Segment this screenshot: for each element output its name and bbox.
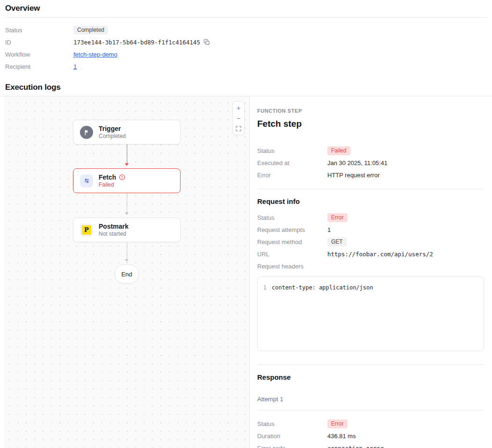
execution-logs-header: Execution logs xyxy=(0,72,492,96)
plus-icon: + xyxy=(237,105,240,111)
attempts-value: 1 xyxy=(327,226,331,233)
execution-workspace: Trigger Completed Fetch xyxy=(0,96,492,448)
node-status: Failed xyxy=(99,181,125,188)
status-label: Status xyxy=(257,420,327,427)
executed-at-value: Jan 30 2025, 11:05:41 xyxy=(327,159,387,166)
error-label: Error xyxy=(257,172,327,179)
status-badge: Failed xyxy=(327,146,350,155)
divider xyxy=(257,364,484,365)
error-value: HTTP request error xyxy=(327,172,380,179)
method-badge: GET xyxy=(327,238,347,246)
overview-rows: Status Completed ID 173ee144-3b17-5b64-b… xyxy=(5,18,488,72)
workflow-canvas[interactable]: Trigger Completed Fetch xyxy=(4,96,250,448)
response-rows: Status Error Duration 436.81 ms Error co… xyxy=(257,418,484,448)
workflow-label: Workflow xyxy=(5,51,73,58)
request-method-row: Request method GET xyxy=(257,236,484,248)
request-attempts-row: Request attempts 1 xyxy=(257,224,484,236)
response-duration-row: Duration 436.81 ms xyxy=(257,430,484,442)
step-executed-row: Executed at Jan 30 2025, 11:05:41 xyxy=(257,157,484,169)
node-title: Trigger xyxy=(99,125,126,132)
node-end[interactable]: End xyxy=(115,264,139,284)
fullscreen-icon xyxy=(236,126,241,131)
flag-icon xyxy=(80,126,93,139)
edge-trigger-to-fetch xyxy=(127,145,128,165)
node-status: Completed xyxy=(99,133,126,139)
overview-workflow-row: Workflow fetch-step-demo xyxy=(5,48,488,60)
step-title: Fetch step xyxy=(257,119,484,129)
duration-value: 436.81 ms xyxy=(327,433,356,440)
overview-id-row: ID 173ee144-3b17-5b64-bd89-f1f1c4164145 xyxy=(5,36,488,48)
execution-details-page: Overview Status Completed ID 173ee144-3b… xyxy=(0,0,492,448)
code-text: content-type: application/json xyxy=(272,283,373,292)
execution-logs-title: Execution logs xyxy=(5,83,488,92)
error-code-label: Error code xyxy=(257,445,327,448)
request-status-row: Status Error xyxy=(257,211,484,224)
url-value: https://foobar.com/api/users/2 xyxy=(327,251,433,258)
attempts-label: Request attempts xyxy=(257,226,327,233)
fit-view-button[interactable] xyxy=(233,123,244,133)
url-label: URL xyxy=(257,251,327,258)
request-headers-row: Request headers xyxy=(257,260,484,272)
node-status: Not started xyxy=(99,231,129,237)
node-postmark[interactable]: P Postmark Not started xyxy=(73,217,181,242)
transaction-id: 173ee144-3b17-5b64-bd89-f1f1c4164145 xyxy=(73,39,200,46)
node-title: Fetch xyxy=(99,173,116,181)
overview-title: Overview xyxy=(5,4,488,13)
postmark-logo: P xyxy=(82,225,91,235)
executed-at-label: Executed at xyxy=(257,159,327,166)
error-code-value: connection_error xyxy=(327,445,383,448)
step-status-row: Status Failed xyxy=(257,145,484,157)
end-label: End xyxy=(121,271,132,278)
duration-label: Duration xyxy=(257,433,327,440)
node-trigger[interactable]: Trigger Completed xyxy=(73,120,181,145)
status-badge: Completed xyxy=(73,26,108,35)
overview-status-row: Status Completed xyxy=(5,24,488,36)
step-error-row: Error HTTP request error xyxy=(257,169,484,181)
status-badge: Error xyxy=(327,419,347,428)
status-label: Status xyxy=(257,214,327,221)
node-title: Postmark xyxy=(99,223,129,230)
status-label: Status xyxy=(5,27,73,34)
node-fetch[interactable]: Fetch Failed xyxy=(73,168,181,193)
divider xyxy=(257,189,484,189)
attempt-label: Attempt 1 xyxy=(257,396,484,411)
overview-section: Overview Status Completed ID 173ee144-3b… xyxy=(0,0,492,72)
postmark-icon: P xyxy=(80,224,93,237)
line-number: 1 xyxy=(258,283,272,292)
method-label: Request method xyxy=(257,238,327,246)
id-label: ID xyxy=(5,39,73,46)
overview-recipient-row: Recipient 1 xyxy=(5,60,488,72)
step-type-kicker: FUNCTION STEP xyxy=(257,108,484,114)
edge-postmark-to-end xyxy=(127,242,128,261)
zoom-in-button[interactable]: + xyxy=(233,103,244,113)
recipient-link[interactable]: 1 xyxy=(73,63,77,70)
request-headers-code-block: 1 content-type: application/json xyxy=(257,276,484,351)
response-status-row: Status Error xyxy=(257,418,484,430)
workflow-link[interactable]: fetch-step-demo xyxy=(73,51,117,58)
status-label: Status xyxy=(257,147,327,154)
request-info-title: Request info xyxy=(257,197,484,205)
response-title: Response xyxy=(257,373,484,381)
response-error-code-row: Error code connection_error xyxy=(257,442,484,448)
recipient-label: Recipient xyxy=(5,63,73,70)
canvas-controls: + − xyxy=(232,101,245,135)
copy-icon[interactable] xyxy=(203,39,210,45)
step-detail-panel: FUNCTION STEP Fetch step Status Failed E… xyxy=(250,96,492,448)
zoom-out-button[interactable]: − xyxy=(233,113,244,123)
code-line: 1 content-type: application/json xyxy=(258,283,484,292)
transfer-arrows-icon xyxy=(80,174,93,188)
alert-circle-icon xyxy=(119,174,125,181)
minus-icon: − xyxy=(237,115,240,122)
status-badge: Error xyxy=(327,213,347,222)
request-url-row: URL https://foobar.com/api/users/2 xyxy=(257,248,484,260)
headers-label: Request headers xyxy=(257,263,327,270)
edge-fetch-to-postmark xyxy=(127,193,128,214)
